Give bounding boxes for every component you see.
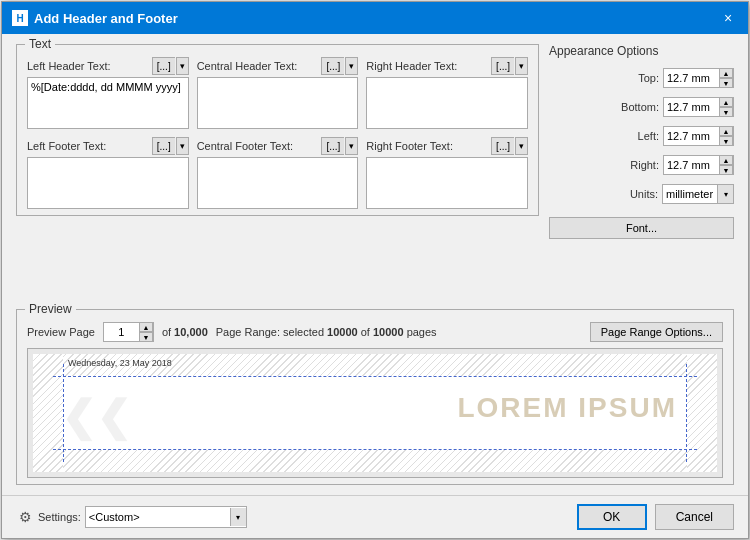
main-row: Text Left Header Text: [...] ▾ [16,44,734,301]
cancel-button[interactable]: Cancel [655,504,734,530]
top-row: Top: ▲ ▼ [549,68,734,88]
footer-buttons: OK Cancel [577,504,734,530]
central-header-input[interactable] [197,77,359,129]
page-range-options-button[interactable]: Page Range Options... [590,322,723,342]
left-footer-input[interactable] [27,157,189,209]
right-footer-insert-dropdown[interactable]: ▾ [515,137,528,155]
right-row: Right: ▲ ▼ [549,155,734,175]
right-input[interactable] [664,156,719,174]
right-footer-group: Right Footer Text: [...] ▾ [366,137,528,209]
left-footer-group: Left Footer Text: [...] ▾ [27,137,189,209]
preview-page-spin-down[interactable]: ▼ [139,332,153,342]
central-footer-insert-btn[interactable]: [...] [321,137,344,155]
left-spin-wrapper: ▲ ▼ [663,126,734,146]
right-margin-area [687,354,717,472]
left-header-group: Left Header Text: [...] ▾ %[Date:dddd, d… [27,57,189,129]
left-spin-buttons: ▲ ▼ [719,126,733,146]
top-input[interactable] [664,69,719,87]
preview-page-label: Preview Page [27,326,95,338]
preview-watermark: LOREM IPSUM [457,392,677,424]
preview-page-spin-up[interactable]: ▲ [139,322,153,332]
left-spin-down[interactable]: ▼ [719,136,733,146]
preview-section-label: Preview [25,302,76,316]
right-footer-input[interactable] [366,157,528,209]
preview-page-spin: ▲ ▼ [103,322,154,342]
settings-row: ⚙ Settings: ▾ [16,506,247,528]
page-range-total: 10000 [373,326,404,338]
left-footer-insert-dropdown[interactable]: ▾ [176,137,189,155]
dialog-title: Add Header and Footer [34,11,178,26]
units-select-wrapper: millimeter inch point ▾ [662,184,734,204]
right-footer-label: Right Footer Text: [366,140,453,152]
right-header-insert: [...] ▾ [491,57,528,75]
dialog-content: Text Left Header Text: [...] ▾ [2,34,748,495]
left-header-insert: [...] ▾ [152,57,189,75]
bottom-label: Bottom: [614,101,659,113]
bottom-spin-up[interactable]: ▲ [719,97,733,107]
central-footer-insert: [...] ▾ [321,137,358,155]
dialog-icon: H [12,10,28,26]
units-dropdown-arrow: ▾ [717,185,733,203]
right-header-group: Right Header Text: [...] ▾ [366,57,528,129]
left-header-label: Left Header Text: [27,60,111,72]
ok-button[interactable]: OK [577,504,647,530]
appearance-label: Appearance Options [549,44,734,58]
central-footer-label: Central Footer Text: [197,140,293,152]
central-footer-label-row: Central Footer Text: [...] ▾ [197,137,359,155]
central-header-label: Central Header Text: [197,60,298,72]
left-input[interactable] [664,127,719,145]
settings-dropdown-arrow[interactable]: ▾ [230,508,246,526]
preview-section: Preview Preview Page ▲ ▼ of 10,000 Page … [16,309,734,485]
settings-label: Settings: [38,511,81,523]
left-header-insert-dropdown[interactable]: ▾ [176,57,189,75]
preview-inner: Wednesday, 23 May 2018 LOREM IPSUM ❮❮ [28,349,722,477]
settings-dropdown: ▾ [85,506,247,528]
left-footer-label: Left Footer Text: [27,140,106,152]
central-header-insert-btn[interactable]: [...] [321,57,344,75]
top-spin-up[interactable]: ▲ [719,68,733,78]
bottom-spin-down[interactable]: ▼ [719,107,733,117]
right-footer-insert-btn[interactable]: [...] [491,137,514,155]
font-button[interactable]: Font... [549,217,734,239]
right-spin-up[interactable]: ▲ [719,155,733,165]
close-button[interactable]: × [718,8,738,28]
left-header-input[interactable]: %[Date:dddd, dd MMMM yyyy] [27,77,189,129]
right-footer-insert: [...] ▾ [491,137,528,155]
right-panel: Appearance Options Top: ▲ ▼ Bottom: [549,44,734,301]
text-section: Text Left Header Text: [...] ▾ [16,44,539,216]
right-label: Right: [614,159,659,171]
left-footer-insert: [...] ▾ [152,137,189,155]
right-spin-down[interactable]: ▼ [719,165,733,175]
settings-input[interactable] [86,507,230,527]
left-header-insert-btn[interactable]: [...] [152,57,175,75]
right-header-insert-dropdown[interactable]: ▾ [515,57,528,75]
bottom-input[interactable] [664,98,719,116]
page-range-info: Page Range: selected 10000 of 10000 page… [216,326,582,338]
bottom-spin-buttons: ▲ ▼ [719,97,733,117]
central-header-insert-dropdown[interactable]: ▾ [345,57,358,75]
units-select[interactable]: millimeter inch point [663,185,717,203]
bottom-row: Bottom: ▲ ▼ [549,97,734,117]
right-header-label: Right Header Text: [366,60,457,72]
left-row: Left: ▲ ▼ [549,126,734,146]
left-footer-insert-btn[interactable]: [...] [152,137,175,155]
central-footer-insert-dropdown[interactable]: ▾ [345,137,358,155]
footer-dashed-line [53,449,697,450]
right-header-input[interactable] [366,77,528,129]
top-spin-down[interactable]: ▼ [719,78,733,88]
preview-page-input[interactable] [104,323,139,341]
header-dashed-line [53,376,697,377]
left-spin-up[interactable]: ▲ [719,126,733,136]
of-pages-text: of 10,000 [162,326,208,338]
right-spin-wrapper: ▲ ▼ [663,155,734,175]
preview-bg-logo: ❮❮ [61,392,131,441]
central-footer-input[interactable] [197,157,359,209]
add-header-footer-dialog: H Add Header and Footer × Text Left Head… [1,1,749,539]
page-range-pages: pages [407,326,437,338]
units-row: Units: millimeter inch point ▾ [549,184,734,204]
preview-page-spin-buttons: ▲ ▼ [139,322,153,342]
right-margin-dashed-line [686,364,687,462]
page-range-of: of [361,326,373,338]
right-header-insert-btn[interactable]: [...] [491,57,514,75]
top-spin-wrapper: ▲ ▼ [663,68,734,88]
